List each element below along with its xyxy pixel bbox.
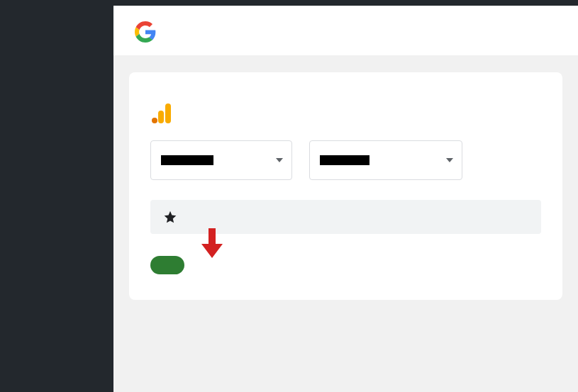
svg-point-2 [152,118,157,123]
service-row [150,102,541,125]
page-header [113,6,578,55]
google-g-icon [135,21,156,43]
main-content [113,0,578,392]
admin-sidebar [0,0,113,392]
connect-service-card [129,72,562,300]
svg-rect-3 [209,228,216,245]
chevron-down-icon [446,158,453,162]
svg-rect-1 [158,111,164,123]
analytics-icon [150,102,173,125]
svg-rect-0 [165,103,171,123]
annotation-arrow-icon [201,228,223,258]
selects-row [150,140,541,180]
configure-analytics-button[interactable] [150,256,184,274]
account-select[interactable] [150,140,292,180]
star-icon [163,210,177,224]
account-value [161,155,213,165]
property-select[interactable] [309,140,462,180]
admin-bar-strip [113,0,578,6]
property-value [320,155,369,165]
chevron-down-icon [276,158,283,162]
